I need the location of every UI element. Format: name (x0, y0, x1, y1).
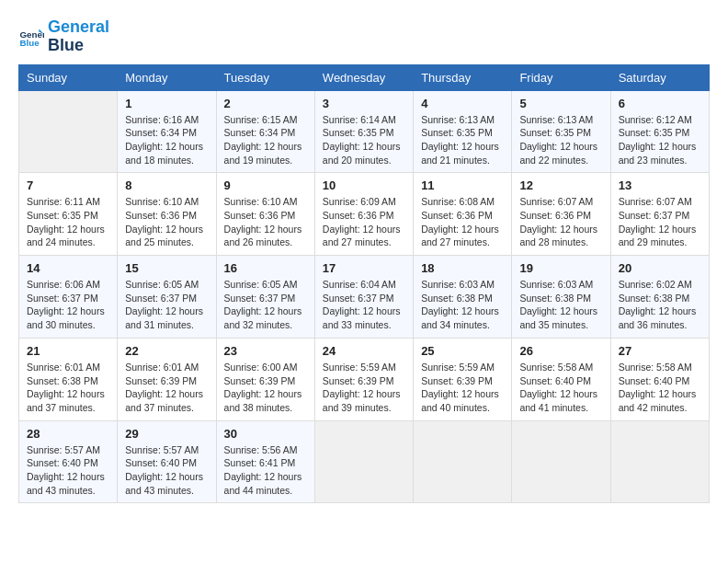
day-info: Sunrise: 5:58 AM Sunset: 6:40 PM Dayligh… (519, 361, 602, 415)
day-number: 26 (519, 344, 602, 358)
day-number: 4 (421, 97, 504, 110)
day-number: 9 (224, 178, 307, 192)
day-info: Sunrise: 6:06 AM Sunset: 6:37 PM Dayligh… (27, 278, 109, 332)
day-info: Sunrise: 6:05 AM Sunset: 6:37 PM Dayligh… (224, 278, 307, 332)
day-number: 27 (619, 344, 701, 358)
day-number: 8 (125, 178, 208, 192)
calendar-cell: 1Sunrise: 6:16 AM Sunset: 6:34 PM Daylig… (118, 90, 216, 173)
day-number: 20 (619, 261, 701, 275)
calendar-cell: 11Sunrise: 6:08 AM Sunset: 6:36 PM Dayli… (414, 173, 512, 256)
week-row-1: 1Sunrise: 6:16 AM Sunset: 6:34 PM Daylig… (19, 90, 710, 173)
day-number: 1 (125, 97, 208, 110)
calendar-cell: 3Sunrise: 6:14 AM Sunset: 6:35 PM Daylig… (314, 90, 413, 173)
calendar-cell: 26Sunrise: 5:58 AM Sunset: 6:40 PM Dayli… (512, 338, 610, 420)
day-info: Sunrise: 6:12 AM Sunset: 6:35 PM Dayligh… (619, 113, 701, 167)
calendar-cell: 28Sunrise: 5:57 AM Sunset: 6:40 PM Dayli… (19, 420, 118, 503)
svg-text:Blue: Blue (19, 38, 40, 48)
day-number: 30 (224, 427, 307, 441)
header-day-tuesday: Tuesday (216, 64, 314, 90)
day-number: 24 (323, 344, 405, 358)
day-number: 17 (323, 261, 405, 275)
calendar-cell: 22Sunrise: 6:01 AM Sunset: 6:39 PM Dayli… (118, 338, 216, 420)
logo-icon: General Blue (18, 24, 44, 50)
day-number: 3 (323, 97, 405, 110)
day-info: Sunrise: 6:07 AM Sunset: 6:37 PM Dayligh… (619, 195, 701, 249)
day-info: Sunrise: 6:05 AM Sunset: 6:37 PM Dayligh… (125, 278, 208, 332)
day-info: Sunrise: 5:57 AM Sunset: 6:40 PM Dayligh… (125, 443, 208, 498)
calendar-cell (512, 420, 610, 503)
day-info: Sunrise: 6:11 AM Sunset: 6:35 PM Dayligh… (27, 195, 109, 249)
day-info: Sunrise: 6:13 AM Sunset: 6:35 PM Dayligh… (421, 113, 504, 167)
calendar-cell: 9Sunrise: 6:10 AM Sunset: 6:36 PM Daylig… (216, 173, 314, 256)
calendar-cell: 14Sunrise: 6:06 AM Sunset: 6:37 PM Dayli… (19, 256, 118, 339)
page-header: General Blue GeneralBlue (18, 18, 710, 55)
header-day-wednesday: Wednesday (314, 64, 413, 90)
header-row: SundayMondayTuesdayWednesdayThursdayFrid… (19, 64, 710, 90)
day-number: 19 (519, 261, 602, 275)
day-info: Sunrise: 6:15 AM Sunset: 6:34 PM Dayligh… (224, 113, 307, 167)
day-info: Sunrise: 6:09 AM Sunset: 6:36 PM Dayligh… (323, 195, 405, 249)
day-info: Sunrise: 6:07 AM Sunset: 6:36 PM Dayligh… (519, 195, 602, 249)
day-number: 7 (27, 178, 109, 192)
calendar-cell: 25Sunrise: 5:59 AM Sunset: 6:39 PM Dayli… (414, 338, 512, 420)
day-number: 21 (27, 344, 109, 358)
day-number: 14 (27, 261, 109, 275)
week-row-4: 21Sunrise: 6:01 AM Sunset: 6:38 PM Dayli… (19, 338, 710, 420)
week-row-2: 7Sunrise: 6:11 AM Sunset: 6:35 PM Daylig… (19, 173, 710, 256)
calendar-cell: 6Sunrise: 6:12 AM Sunset: 6:35 PM Daylig… (610, 90, 709, 173)
header-day-sunday: Sunday (19, 64, 118, 90)
calendar-cell: 23Sunrise: 6:00 AM Sunset: 6:39 PM Dayli… (216, 338, 314, 420)
day-number: 13 (619, 178, 701, 192)
calendar-cell: 16Sunrise: 6:05 AM Sunset: 6:37 PM Dayli… (216, 256, 314, 339)
day-info: Sunrise: 6:03 AM Sunset: 6:38 PM Dayligh… (519, 278, 602, 332)
header-day-saturday: Saturday (610, 64, 709, 90)
day-number: 25 (421, 344, 504, 358)
calendar-cell: 8Sunrise: 6:10 AM Sunset: 6:36 PM Daylig… (118, 173, 216, 256)
day-number: 22 (125, 344, 208, 358)
day-info: Sunrise: 5:59 AM Sunset: 6:39 PM Dayligh… (421, 361, 504, 415)
day-info: Sunrise: 6:16 AM Sunset: 6:34 PM Dayligh… (125, 113, 208, 167)
calendar-cell: 2Sunrise: 6:15 AM Sunset: 6:34 PM Daylig… (216, 90, 314, 173)
calendar-cell: 4Sunrise: 6:13 AM Sunset: 6:35 PM Daylig… (414, 90, 512, 173)
day-info: Sunrise: 5:59 AM Sunset: 6:39 PM Dayligh… (323, 361, 405, 415)
day-number: 11 (421, 178, 504, 192)
calendar-cell: 5Sunrise: 6:13 AM Sunset: 6:35 PM Daylig… (512, 90, 610, 173)
logo: General Blue GeneralBlue (18, 18, 109, 55)
calendar-cell: 20Sunrise: 6:02 AM Sunset: 6:38 PM Dayli… (610, 256, 709, 339)
day-info: Sunrise: 6:01 AM Sunset: 6:39 PM Dayligh… (125, 361, 208, 415)
day-number: 10 (323, 178, 405, 192)
calendar-cell: 12Sunrise: 6:07 AM Sunset: 6:36 PM Dayli… (512, 173, 610, 256)
day-info: Sunrise: 6:01 AM Sunset: 6:38 PM Dayligh… (27, 361, 109, 415)
calendar-cell: 24Sunrise: 5:59 AM Sunset: 6:39 PM Dayli… (314, 338, 413, 420)
day-number: 15 (125, 261, 208, 275)
calendar-table: SundayMondayTuesdayWednesdayThursdayFrid… (18, 64, 710, 504)
day-info: Sunrise: 6:10 AM Sunset: 6:36 PM Dayligh… (224, 195, 307, 249)
day-info: Sunrise: 5:58 AM Sunset: 6:40 PM Dayligh… (619, 361, 701, 415)
day-info: Sunrise: 6:10 AM Sunset: 6:36 PM Dayligh… (125, 195, 208, 249)
calendar-cell: 27Sunrise: 5:58 AM Sunset: 6:40 PM Dayli… (610, 338, 709, 420)
day-info: Sunrise: 6:03 AM Sunset: 6:38 PM Dayligh… (421, 278, 504, 332)
calendar-cell (610, 420, 709, 503)
day-number: 6 (619, 97, 701, 110)
week-row-3: 14Sunrise: 6:06 AM Sunset: 6:37 PM Dayli… (19, 256, 710, 339)
day-info: Sunrise: 6:00 AM Sunset: 6:39 PM Dayligh… (224, 361, 307, 415)
calendar-cell: 19Sunrise: 6:03 AM Sunset: 6:38 PM Dayli… (512, 256, 610, 339)
day-info: Sunrise: 6:04 AM Sunset: 6:37 PM Dayligh… (323, 278, 405, 332)
header-day-thursday: Thursday (414, 64, 512, 90)
calendar-cell (314, 420, 413, 503)
day-info: Sunrise: 5:57 AM Sunset: 6:40 PM Dayligh… (27, 443, 109, 498)
day-number: 28 (27, 427, 109, 441)
day-info: Sunrise: 5:56 AM Sunset: 6:41 PM Dayligh… (224, 443, 307, 498)
week-row-5: 28Sunrise: 5:57 AM Sunset: 6:40 PM Dayli… (19, 420, 710, 503)
header-day-monday: Monday (118, 64, 216, 90)
calendar-cell: 13Sunrise: 6:07 AM Sunset: 6:37 PM Dayli… (610, 173, 709, 256)
header-day-friday: Friday (512, 64, 610, 90)
calendar-cell: 29Sunrise: 5:57 AM Sunset: 6:40 PM Dayli… (118, 420, 216, 503)
day-number: 18 (421, 261, 504, 275)
calendar-cell: 7Sunrise: 6:11 AM Sunset: 6:35 PM Daylig… (19, 173, 118, 256)
day-number: 5 (519, 97, 602, 110)
logo-text: GeneralBlue (48, 18, 109, 55)
calendar-cell: 21Sunrise: 6:01 AM Sunset: 6:38 PM Dayli… (19, 338, 118, 420)
calendar-cell: 30Sunrise: 5:56 AM Sunset: 6:41 PM Dayli… (216, 420, 314, 503)
day-number: 29 (125, 427, 208, 441)
